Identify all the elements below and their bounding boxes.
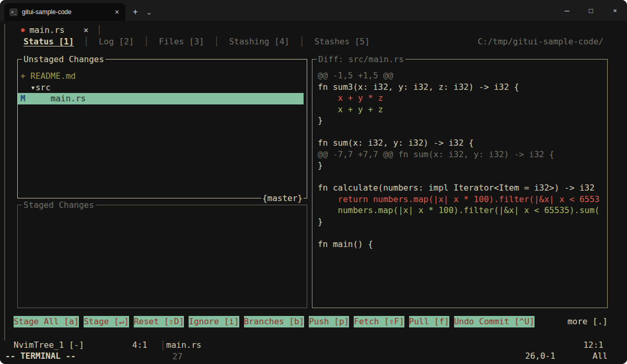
tab-files[interactable]: Files [3]: [159, 36, 204, 48]
diff-line-context[interactable]: fn sum(x: i32, y: i32) -> i32 {: [318, 137, 605, 149]
buffer-tabline: ● main.rs × │: [21, 25, 102, 36]
nvim-modeline: -- TERMINAL -- 26,0-1 All: [0, 350, 627, 362]
tab-status[interactable]: Status [1]: [24, 36, 74, 48]
diff-line-context[interactable]: }: [318, 160, 605, 171]
tab-stashes[interactable]: Stashes [5]: [315, 36, 370, 48]
editor-line-glimpse: │ 27 assert_eq!(sum(1, 10), 11);: [0, 328, 627, 340]
tab-dropdown-icon[interactable]: ⌄: [146, 8, 152, 16]
buffer-tab-main-rs[interactable]: main.rs: [29, 25, 64, 36]
cmd-reset[interactable]: Reset [⇧D]: [134, 316, 184, 327]
file-label: main.rs: [51, 93, 86, 103]
diff-panel[interactable]: Diff: src/main.rs @@ -1,5 +1,5 @@fn sum3…: [312, 59, 608, 308]
tab-separator: │: [214, 36, 219, 48]
new-tab-button[interactable]: +: [133, 7, 138, 17]
file-status-prefix: M: [20, 93, 51, 103]
cmd-ignore[interactable]: Ignore [i]: [189, 316, 239, 327]
cmd-branches[interactable]: Branches [b]: [244, 316, 305, 327]
branch-badge: {master}: [261, 193, 304, 204]
statusline-right-position: 12:1: [583, 339, 603, 351]
editor-code-line: assert_eq!(sum(1, 10), 11);: [230, 362, 366, 364]
cmd-stage[interactable]: Stage [↵]: [84, 316, 129, 327]
file-row-readme-md[interactable]: + README.md: [18, 71, 304, 82]
close-button[interactable]: ×: [603, 0, 627, 21]
diff-line-hunk[interactable]: @@ -1,5 +1,5 @@: [318, 70, 605, 81]
command-bar: Stage All [a]Stage [↵]Reset [⇧D]Ignore […: [14, 316, 608, 327]
gitui-tab-bar: Status [1]│Log [2]│Files [3]│Stashing [4…: [24, 36, 603, 48]
cmd-stage-all[interactable]: Stage All [a]: [14, 316, 79, 327]
unstaged-changes-panel[interactable]: Unstaged Changes + README.md ▾srcM main.…: [17, 59, 307, 198]
tab-separator: │: [144, 36, 149, 48]
diff-line-added[interactable]: x + y + z: [318, 104, 605, 115]
diff-line-added[interactable]: numbers.map(|x| x * 100).filter(|&x| x <…: [318, 205, 605, 216]
tab-separator: │: [299, 36, 305, 48]
cmd-undo-commit[interactable]: Undo Commit [^U]: [454, 316, 535, 327]
window-controls: ─ □ ×: [555, 0, 627, 21]
modified-dot-icon: ●: [21, 25, 25, 36]
diff-line-blank[interactable]: [318, 227, 605, 239]
file-label: README.md: [30, 71, 76, 81]
statusline-filename: main.rs: [166, 339, 201, 351]
cmd-fetch[interactable]: Fetch [⇧F]: [354, 316, 404, 327]
scroll-indicator: All: [593, 350, 608, 362]
cmd-pull[interactable]: Pull [f]: [409, 316, 449, 327]
diff-line-blank[interactable]: [318, 171, 605, 183]
diff-lines: @@ -1,5 +1,5 @@fn sum3(x: i32, y: i32, z…: [312, 60, 607, 250]
left-window-separator: [4, 24, 5, 340]
diff-panel-title: Diff: src/main.rs: [317, 54, 405, 65]
file-label: ▾src: [30, 83, 51, 92]
cmd-push[interactable]: Push [p]: [309, 316, 349, 327]
file-status-prefix: [20, 83, 30, 92]
titlebar: >_ gitui-sample-code × + ⌄ ─ □ ×: [0, 0, 627, 21]
terminal-window: >_ gitui-sample-code × + ⌄ ─ □ × ● main.…: [0, 0, 627, 364]
minimize-button[interactable]: ─: [555, 0, 579, 21]
terminal-content: ● main.rs × │ Status [1]│Log [2]│Files […: [0, 21, 627, 364]
file-row-main-rs[interactable]: M main.rs: [18, 93, 304, 104]
diff-line-removed[interactable]: x + y * z: [318, 92, 605, 104]
diff-line-context[interactable]: }: [318, 216, 605, 228]
terminal-tab[interactable]: >_ gitui-sample-code ×: [4, 3, 125, 21]
repo-path: C:/tmp/gitui-sample-code/: [478, 36, 603, 48]
diff-line-hunk[interactable]: @@ -7,7 +7,7 @@ fn sum(x: i32, y: i32) -…: [318, 149, 605, 160]
tab-stashing[interactable]: Stashing [4]: [229, 36, 289, 48]
buffer-close-icon[interactable]: ×: [84, 25, 89, 36]
tab-log[interactable]: Log [2]: [99, 36, 134, 48]
maximize-button[interactable]: □: [579, 0, 603, 21]
staged-panel-title: Staged Changes: [22, 199, 96, 211]
buffer-tab-separator: │: [97, 25, 102, 36]
staged-changes-panel[interactable]: Staged Changes: [17, 205, 307, 308]
diff-line-context[interactable]: fn main() {: [318, 239, 605, 250]
terminal-icon: >_: [9, 8, 18, 16]
unstaged-file-list: + README.md ▾srcM main.rs: [18, 60, 307, 104]
tab-close-icon[interactable]: ×: [114, 8, 120, 16]
terminal-tab-title: gitui-sample-code: [22, 8, 110, 16]
mode-indicator: -- TERMINAL --: [5, 350, 76, 362]
nvim-statusline: NvimTree_1 [-] 4:1 main.rs 12:1: [0, 339, 627, 351]
more-commands[interactable]: more [.]: [567, 316, 608, 327]
diff-line-context[interactable]: }: [318, 115, 605, 126]
diff-line-context[interactable]: fn calculate(numbers: impl Iterator<Item…: [318, 182, 605, 194]
unstaged-panel-title: Unstaged Changes: [22, 54, 106, 65]
diff-line-removed[interactable]: return numbers.map(|x| x * 100).filter(|…: [318, 194, 605, 205]
file-status-prefix: +: [20, 71, 30, 81]
diff-line-context[interactable]: fn sum3(x: i32, y: i32, z: i32) -> i32 {: [318, 81, 605, 93]
statusline-position: 4:1: [132, 339, 147, 351]
statusline-window-name: NvimTree_1 [-]: [14, 339, 84, 351]
file-row--src[interactable]: ▾src: [18, 82, 304, 93]
cursor-ruler: 26,0-1: [525, 350, 555, 362]
diff-line-blank[interactable]: [318, 126, 605, 138]
tab-separator: │: [84, 36, 89, 48]
